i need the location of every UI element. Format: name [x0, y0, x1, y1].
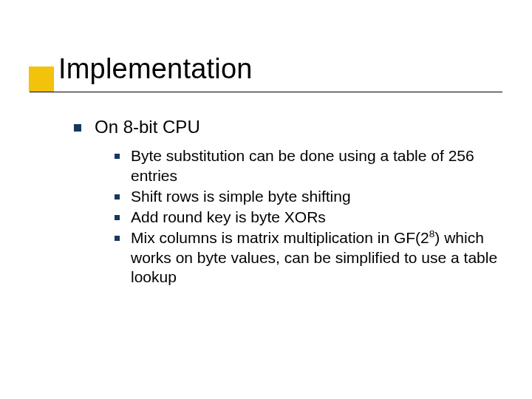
slide: Implementation On 8-bit CPU Byte substit… — [0, 0, 532, 399]
slide-title: Implementation — [58, 53, 253, 85]
bullet-level2: Add round key is byte XORs — [115, 208, 510, 227]
bullet-level1-text: On 8-bit CPU — [95, 116, 200, 137]
square-bullet-icon — [115, 154, 120, 159]
mix-text-prefix: Mix columns is matrix multiplication in … — [131, 229, 429, 246]
bullet-level2-text: Mix columns is matrix multiplication in … — [131, 228, 510, 287]
square-bullet-icon — [115, 215, 120, 220]
accent-square — [29, 66, 54, 92]
bullet-level2-text: Add round key is byte XORs — [131, 208, 510, 227]
bullet-level2: Byte substitution can be done using a ta… — [115, 146, 510, 185]
body-content: On 8-bit CPU Byte substitution can be do… — [74, 116, 510, 288]
bullet-level2: Shift rows is simple byte shifting — [115, 187, 510, 206]
title-underline — [30, 92, 502, 93]
bullet-level2-text: Shift rows is simple byte shifting — [131, 187, 510, 206]
square-bullet-icon — [115, 236, 120, 241]
bullet-level1: On 8-bit CPU — [74, 116, 510, 137]
square-bullet-icon — [74, 124, 81, 132]
bullet-level2: Mix columns is matrix multiplication in … — [115, 228, 510, 287]
square-bullet-icon — [115, 194, 120, 200]
bullet-level2-text: Byte substitution can be done using a ta… — [131, 146, 510, 185]
bullet-level2-group: Byte substitution can be done using a ta… — [115, 146, 510, 287]
